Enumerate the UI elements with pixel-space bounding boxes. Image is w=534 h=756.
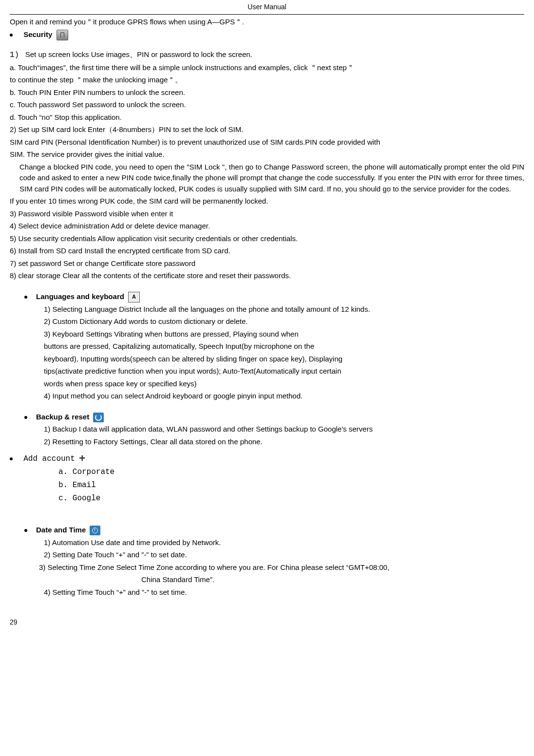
sim-para1: SIM card PIN (Personal Identification Nu… <box>10 137 524 148</box>
security-sub-c: c. Touch password Set password to unlock… <box>10 99 524 111</box>
security-item-8: 8) clear storage Clear all the contents … <box>10 270 524 282</box>
security-item-7: 7) set password Set or change Certificat… <box>10 258 524 269</box>
security-sub-a: a. Touch“images”, the first time there w… <box>10 62 524 74</box>
intro-line: Open it and remind you＂it produce GPRS f… <box>10 17 524 28</box>
page-header: User Manual <box>10 0 524 15</box>
add-account-title: Add account <box>23 454 75 463</box>
bullet-icon <box>24 296 27 299</box>
bullet-icon <box>10 457 13 460</box>
lock-icon <box>57 30 68 40</box>
lang-2: 2) Custom Dictionary Add words to custom… <box>44 316 524 327</box>
sim-para3: If you enter 10 times wrong PUK code, th… <box>10 196 524 207</box>
languages-title: Languages and keyboard <box>36 292 124 301</box>
security-sub-d: d. Touch “no” Stop this application. <box>10 112 524 123</box>
add-b: b. Email <box>58 479 524 491</box>
lang-1: 1) Selecting Language District Include a… <box>44 304 524 315</box>
lang-3b: buttons are pressed, Capitalizing automa… <box>44 341 524 352</box>
security-item-1: Set up screen locks Use images、PIN or pa… <box>25 50 252 58</box>
lang-3d: tips(activate predictive function when y… <box>44 366 524 377</box>
item-num-1: 1) <box>10 51 19 59</box>
security-item-5: 5) Use security credentials Allow applic… <box>10 233 524 245</box>
bullet-icon <box>10 34 13 37</box>
lang-3e: words when press space key or specified … <box>44 378 524 390</box>
bullet-icon <box>24 529 27 532</box>
backup-title: Backup & reset <box>36 413 89 421</box>
date-1: 1) Automation Use date and time provided… <box>44 537 524 548</box>
page-number: 29 <box>10 617 524 627</box>
security-sub-a-cont: to continue the step ＂make the unlocking… <box>10 75 524 86</box>
security-item-6: 6) Install from SD card Install the encr… <box>10 246 524 257</box>
plus-icon: + <box>77 454 88 464</box>
date-time-title: Date and Time <box>36 526 86 534</box>
security-item-2: 2) Set up SIM card lock Enter（4-8numbers… <box>10 124 524 135</box>
keyboard-icon: A <box>128 292 140 302</box>
lang-3c: keyboard), Inputting words(speech can be… <box>44 354 524 365</box>
lang-3a: 3) Keyboard Settings Vibrating when butt… <box>44 329 524 340</box>
backup-2: 2) Resetting to Factory Settings, Clear … <box>44 436 524 448</box>
date-3a: 3) Selecting Time Zone Select Time Zone … <box>39 562 524 573</box>
add-c: c. Google <box>58 492 524 504</box>
date-2: 2) Setting Date Touch “+” and ”-” to set… <box>44 549 524 561</box>
bullet-icon <box>24 416 27 419</box>
security-title: Security <box>23 30 52 38</box>
security-sub-b: b. Touch PIN Enter PIN numbers to unlock… <box>10 87 524 98</box>
sim-para2: Change a blocked PIN code, you need to o… <box>19 162 524 195</box>
sim-para1b: SIM. The service provider gives the init… <box>10 149 524 160</box>
clock-icon <box>90 526 100 535</box>
security-item-3: 3) Password visible Password visible whe… <box>10 208 524 220</box>
lang-4: 4) Input method you can select Android k… <box>44 391 524 402</box>
backup-1: 1) Backup I data will application data, … <box>44 424 524 435</box>
date-3b: China Standard Time”. <box>141 574 524 586</box>
add-a: a. Corporate <box>58 466 524 478</box>
reset-icon <box>93 413 104 422</box>
date-4: 4) Setting Time Touch “+” and ”-” to set… <box>44 587 524 598</box>
security-item-4: 4) Select device administration Add or d… <box>10 221 524 232</box>
